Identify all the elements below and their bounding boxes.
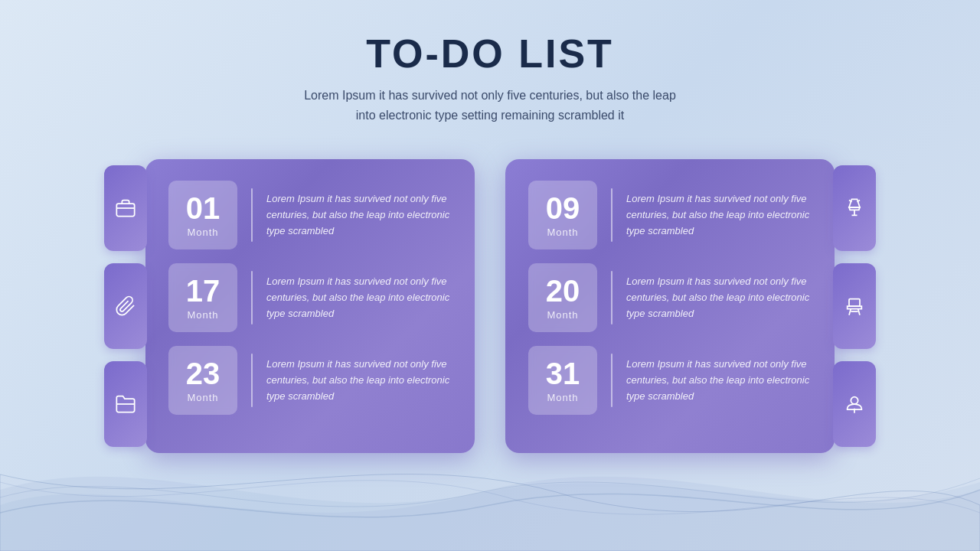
lamp-icon-box bbox=[833, 165, 876, 251]
right-month-label-2: Month bbox=[547, 309, 578, 321]
svg-point-10 bbox=[851, 397, 858, 404]
left-text-1: Lorem Ipsum it has survived not only fiv… bbox=[266, 191, 452, 239]
left-main-card: 01 Month Lorem Ipsum it has survived not… bbox=[145, 159, 475, 453]
right-divider-1 bbox=[611, 188, 612, 242]
person-icon-box bbox=[833, 361, 876, 447]
svg-line-8 bbox=[858, 309, 860, 315]
right-month-label-1: Month bbox=[547, 227, 578, 238]
left-month-label-3: Month bbox=[187, 392, 218, 403]
page-container: TO-DO LIST Lorem Ipsum it has survived n… bbox=[0, 0, 980, 551]
right-card-group: 09 Month Lorem Ipsum it has survived not… bbox=[505, 159, 876, 453]
left-side-icons bbox=[104, 159, 147, 453]
chair-icon-box bbox=[833, 263, 876, 349]
page-title: TO-DO LIST bbox=[304, 31, 676, 77]
paperclip-icon-box bbox=[104, 263, 147, 349]
left-divider-2 bbox=[251, 271, 253, 324]
svg-line-7 bbox=[849, 309, 851, 315]
briefcase-icon-box bbox=[104, 165, 147, 251]
right-item-1: 09 Month Lorem Ipsum it has survived not… bbox=[528, 181, 812, 249]
left-divider-1 bbox=[251, 188, 253, 242]
left-text-3: Lorem Ipsum it has survived not only fiv… bbox=[266, 357, 452, 404]
right-item-2: 20 Month Lorem Ipsum it has survived not… bbox=[528, 263, 812, 332]
right-number-2: 20 bbox=[546, 276, 580, 306]
svg-rect-0 bbox=[116, 204, 134, 216]
folder-icon-box bbox=[104, 361, 147, 447]
person-icon bbox=[844, 393, 865, 415]
right-number-3: 31 bbox=[546, 358, 580, 389]
right-divider-3 bbox=[611, 354, 612, 407]
right-item-3: 31 Month Lorem Ipsum it has survived not… bbox=[528, 346, 812, 415]
right-text-3: Lorem Ipsum it has survived not only fiv… bbox=[626, 357, 812, 404]
left-item-2: 17 Month Lorem Ipsum it has survived not… bbox=[168, 263, 452, 332]
subtitle: Lorem Ipsum it has survived not only fiv… bbox=[304, 86, 676, 125]
left-item-3: 23 Month Lorem Ipsum it has survived not… bbox=[168, 346, 452, 415]
chair-icon bbox=[844, 295, 865, 317]
right-month-label-3: Month bbox=[547, 392, 578, 403]
left-month-label-2: Month bbox=[187, 309, 218, 321]
left-number-3: 23 bbox=[186, 358, 220, 389]
left-text-2: Lorem Ipsum it has survived not only fiv… bbox=[266, 274, 452, 321]
left-card-group: 01 Month Lorem Ipsum it has survived not… bbox=[104, 159, 475, 453]
left-item-1: 01 Month Lorem Ipsum it has survived not… bbox=[168, 181, 452, 249]
right-divider-2 bbox=[611, 271, 612, 324]
right-text-2: Lorem Ipsum it has survived not only fiv… bbox=[626, 274, 812, 321]
folder-icon bbox=[115, 393, 136, 415]
left-month-label-1: Month bbox=[187, 227, 218, 238]
paperclip-icon bbox=[115, 295, 136, 317]
right-main-card: 09 Month Lorem Ipsum it has survived not… bbox=[505, 159, 835, 453]
left-number-2: 17 bbox=[186, 276, 220, 306]
briefcase-icon bbox=[115, 197, 136, 219]
right-number-box-1: 09 Month bbox=[528, 181, 597, 249]
left-number-1: 01 bbox=[186, 193, 220, 223]
right-text-1: Lorem Ipsum it has survived not only fiv… bbox=[626, 191, 812, 239]
right-number-box-2: 20 Month bbox=[528, 263, 597, 332]
left-divider-3 bbox=[251, 354, 253, 407]
right-number-box-3: 31 Month bbox=[528, 346, 597, 415]
left-number-box-2: 17 Month bbox=[168, 263, 237, 332]
cards-row: 01 Month Lorem Ipsum it has survived not… bbox=[104, 159, 876, 453]
lamp-icon bbox=[844, 197, 865, 219]
right-number-1: 09 bbox=[546, 193, 580, 223]
left-number-box-3: 23 Month bbox=[168, 346, 237, 415]
right-side-icons bbox=[833, 159, 876, 453]
header: TO-DO LIST Lorem Ipsum it has survived n… bbox=[304, 0, 676, 125]
svg-rect-6 bbox=[849, 299, 860, 306]
left-number-box-1: 01 Month bbox=[168, 181, 237, 249]
